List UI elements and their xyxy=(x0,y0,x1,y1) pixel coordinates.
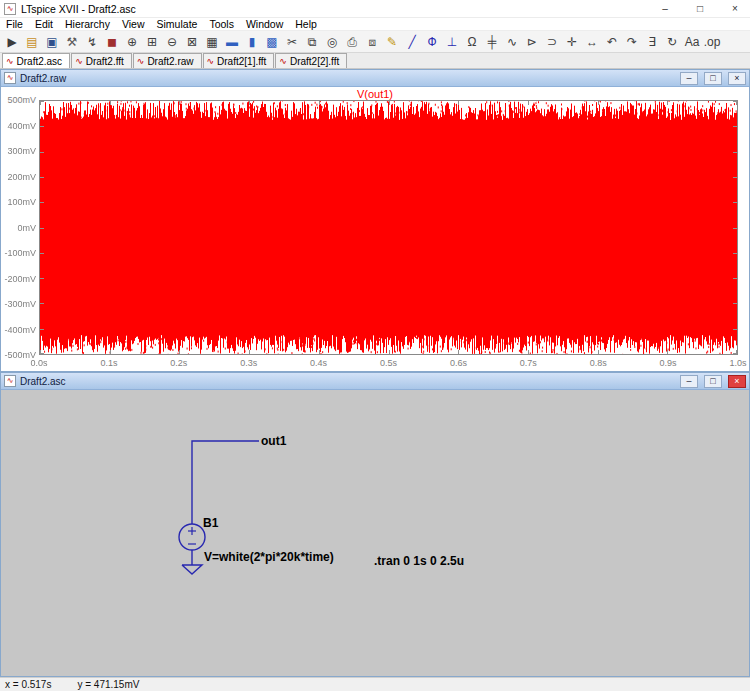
tab-draft2-asc[interactable]: ∿Draft2.asc xyxy=(2,53,70,68)
place-inductor-button[interactable]: ∿ xyxy=(502,32,522,52)
y-axis-label: -400mV xyxy=(2,325,36,335)
cursor-y-readout: y = 471.15mV xyxy=(77,679,139,690)
place-resistor-button[interactable]: Ω xyxy=(462,32,482,52)
place-ground-button[interactable]: ⊥ xyxy=(442,32,462,52)
show-grid-button[interactable]: ▦ xyxy=(202,32,222,52)
tab-draft2-1-fft[interactable]: ∿Draft2[1].fft xyxy=(203,53,275,68)
tab-label: Draft2.asc xyxy=(17,56,63,67)
waveform-window: ∿ Draft2.raw – □ × V(out1) 500mV400mV300… xyxy=(0,69,750,372)
x-axis-label: 0.9s xyxy=(646,358,690,368)
draw-wire-button[interactable]: ╱ xyxy=(402,32,422,52)
menu-view[interactable]: View xyxy=(116,18,151,31)
waveform-minimize-button[interactable]: – xyxy=(680,72,698,85)
tile-horizontal-button[interactable]: ▬ xyxy=(222,32,242,52)
y-axis-label: 100mV xyxy=(2,197,36,207)
schematic-window-title: Draft2.asc xyxy=(20,376,674,387)
tile-vertical-button[interactable]: ▮ xyxy=(242,32,262,52)
waveform-file-icon: ∿ xyxy=(4,72,16,84)
menu-tools[interactable]: Tools xyxy=(203,18,240,31)
zoom-in-button[interactable]: ⊕ xyxy=(122,32,142,52)
tab-draft2-raw[interactable]: ∿Draft2.raw xyxy=(133,53,202,68)
edit-button[interactable]: ✎ xyxy=(382,32,402,52)
cascade-windows-button[interactable]: ▩ xyxy=(262,32,282,52)
zoom-box-button[interactable]: ⊞ xyxy=(142,32,162,52)
x-axis-label: 1.0s xyxy=(716,358,749,368)
run-simulation-button[interactable]: ↯ xyxy=(82,32,102,52)
voltage-source-symbol[interactable] xyxy=(179,524,205,550)
place-capacitor-button[interactable]: ╪ xyxy=(482,32,502,52)
y-axis-label: -200mV xyxy=(2,274,36,284)
schematic-maximize-button[interactable]: □ xyxy=(704,375,722,388)
redo-button[interactable]: ↷ xyxy=(622,32,642,52)
menu-window[interactable]: Window xyxy=(240,18,289,31)
schematic-canvas[interactable]: out1 B1 V=white(2*pi*20k*time) .tran 0 1… xyxy=(1,390,749,676)
place-component-button[interactable]: ⊃ xyxy=(542,32,562,52)
move-button[interactable]: ✛ xyxy=(562,32,582,52)
print-button[interactable]: ⎙ xyxy=(342,32,362,52)
schematic-minimize-button[interactable]: – xyxy=(680,375,698,388)
tab-bar: ∿Draft2.asc∿Draft2.fft∿Draft2.raw∿Draft2… xyxy=(0,53,750,69)
y-axis-label: 400mV xyxy=(2,121,36,131)
save-button[interactable]: ▣ xyxy=(42,32,62,52)
tab-draft2-2-fft[interactable]: ∿Draft2[2].fft xyxy=(275,53,347,68)
tab-label: Draft2[1].fft xyxy=(217,56,266,67)
menu-help[interactable]: Help xyxy=(289,18,323,31)
x-axis-label: 0.2s xyxy=(157,358,201,368)
y-axis-label: -300mV xyxy=(2,299,36,309)
wire-out1[interactable] xyxy=(192,441,259,524)
schematic-window-titlebar[interactable]: ∿ Draft2.asc – □ × xyxy=(1,373,749,390)
y-axis-label: -100mV xyxy=(2,248,36,258)
waveform-maximize-button[interactable]: □ xyxy=(704,72,722,85)
waveform-client-area: V(out1) 500mV400mV300mV200mV100mV0mV-100… xyxy=(1,87,749,371)
tab-draft2-fft[interactable]: ∿Draft2.fft xyxy=(71,53,132,68)
component-ref-label[interactable]: B1 xyxy=(203,516,219,530)
maximize-button[interactable]: □ xyxy=(685,0,715,18)
cut-button[interactable]: ✂ xyxy=(282,32,302,52)
text-button[interactable]: Aa xyxy=(682,32,702,52)
menu-hierarchy[interactable]: Hierarchy xyxy=(59,18,116,31)
tab-label: Draft2.fft xyxy=(86,56,124,67)
x-axis-label: 0.7s xyxy=(506,358,550,368)
schematic-drawing: out1 B1 V=white(2*pi*20k*time) .tran 0 1… xyxy=(1,390,749,676)
menu-edit[interactable]: Edit xyxy=(29,18,59,31)
label-net-button[interactable]: Ф xyxy=(422,32,442,52)
menu-file[interactable]: File xyxy=(0,18,29,31)
x-axis-label: 0.8s xyxy=(576,358,620,368)
waveform-plot[interactable] xyxy=(40,101,737,354)
drag-button[interactable]: ↔ xyxy=(582,32,602,52)
close-button[interactable]: × xyxy=(720,0,750,18)
rotate-button[interactable]: ↻ xyxy=(662,32,682,52)
waveform-close-button[interactable]: × xyxy=(728,72,746,85)
x-axis-label: 0.6s xyxy=(436,358,480,368)
waveform-window-titlebar[interactable]: ∿ Draft2.raw – □ × xyxy=(1,70,749,87)
open-button[interactable]: ▤ xyxy=(22,32,42,52)
run-button[interactable]: ▶ xyxy=(2,32,22,52)
plot-frame xyxy=(39,100,738,355)
app-icon: ∿ xyxy=(4,3,16,15)
schematic-file-icon: ∿ xyxy=(75,57,83,66)
halt-button[interactable]: ◼ xyxy=(102,32,122,52)
ground-symbol[interactable] xyxy=(182,565,202,574)
spice-directive-text[interactable]: .tran 0 1s 0 2.5u xyxy=(374,554,464,568)
cursor-x-readout: x = 0.517s xyxy=(5,679,51,690)
find-button[interactable]: ◎ xyxy=(322,32,342,52)
place-diode-button[interactable]: ⊳ xyxy=(522,32,542,52)
undo-button[interactable]: ↶ xyxy=(602,32,622,52)
title-bar: ∿ LTspice XVII - Draft2.asc – □ × xyxy=(0,0,750,18)
minimize-button[interactable]: – xyxy=(650,0,680,18)
schematic-file-icon: ∿ xyxy=(279,57,287,66)
print-preview-button[interactable]: ⧈ xyxy=(362,32,382,52)
schematic-close-button[interactable]: × xyxy=(728,375,746,388)
zoom-out-button[interactable]: ⊖ xyxy=(162,32,182,52)
control-panel-button[interactable]: ⚒ xyxy=(62,32,82,52)
menu-simulate[interactable]: Simulate xyxy=(151,18,204,31)
zoom-full-extents-button[interactable]: ⊠ xyxy=(182,32,202,52)
trace-label[interactable]: V(out1) xyxy=(1,88,749,100)
copy-button[interactable]: ⧉ xyxy=(302,32,322,52)
mirror-button[interactable]: ∃ xyxy=(642,32,662,52)
spice-directive-button[interactable]: .op xyxy=(702,32,722,52)
net-label-out1[interactable]: out1 xyxy=(261,434,287,448)
x-axis-label: 0.1s xyxy=(87,358,131,368)
tab-label: Draft2[2].fft xyxy=(290,56,339,67)
component-value-label[interactable]: V=white(2*pi*20k*time) xyxy=(204,550,334,564)
